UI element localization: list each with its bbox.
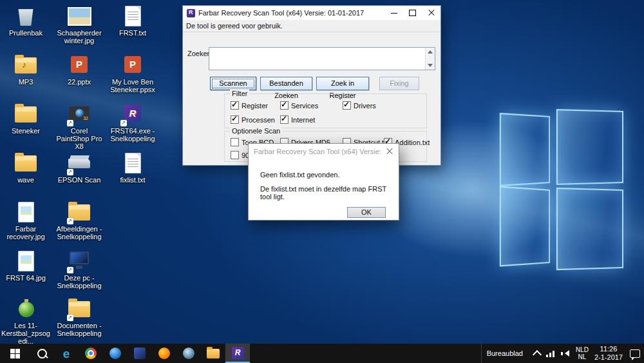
checkbox-icon xyxy=(343,101,351,110)
ok-button[interactable]: OK xyxy=(347,207,386,218)
search-button[interactable] xyxy=(30,344,54,363)
desktop-icon-corel-paintshop[interactable]: Corel PaintShop Pro X8 xyxy=(55,103,104,150)
desktop-icon-les11-kerstbal[interactable]: Les 11-Kerstbal_zpsogedi... xyxy=(1,298,50,344)
shortcut-arrow-icon xyxy=(67,169,73,175)
desktop-icon-label: 22.pptx xyxy=(55,78,104,86)
minimize-icon xyxy=(391,13,397,14)
dialog-titlebar[interactable]: Farbar Recovery Scan Tool (x64) Versie: … xyxy=(249,144,399,159)
window-title: Farbar Recovery Scan Tool (x64) Versie: … xyxy=(198,9,384,17)
shortcut-arrow-icon xyxy=(67,218,73,224)
computer-icon xyxy=(70,251,89,264)
scannen-button[interactable]: Scannen xyxy=(210,77,256,90)
dialog-close-button[interactable] xyxy=(381,144,399,159)
clock-time: 11:26 xyxy=(594,345,623,353)
desktop-icon-label: Prullenbak xyxy=(1,29,50,37)
clock-date: 2-1-2017 xyxy=(594,353,623,362)
desktop-icon-my-love-ppsx[interactable]: My Love Ben Steneker.ppsx xyxy=(108,54,157,93)
text-file-icon xyxy=(125,153,141,173)
file-explorer-icon xyxy=(207,349,220,358)
taskbar-edge[interactable]: e xyxy=(54,344,79,363)
desktop-icon-frst-txt[interactable]: FRST.txt xyxy=(108,5,157,37)
frst-app-icon xyxy=(124,105,141,122)
tray-expand-chevron-icon[interactable] xyxy=(533,349,542,358)
powerpoint-icon xyxy=(124,56,141,73)
desktop-icon-label: MP3 xyxy=(1,78,50,86)
powerpoint-icon xyxy=(71,56,88,73)
desktop-icon-label: Schaapherder winter.jpg xyxy=(55,29,104,44)
desktop-icon-label: EPSON Scan xyxy=(55,176,104,184)
image-file-icon xyxy=(18,251,34,271)
blue-app-icon xyxy=(109,348,121,359)
bestanden-zoeken-button[interactable]: Bestanden Zoeken xyxy=(260,77,312,90)
frst-app-icon: R xyxy=(232,347,244,359)
taskbar-empty-area xyxy=(250,344,481,363)
scanner-icon xyxy=(68,159,90,168)
checkbox-label: Register xyxy=(242,102,268,110)
zoek-in-register-button[interactable]: Zoek in Register xyxy=(316,77,369,90)
checkbox-label: Addition.txt xyxy=(395,139,430,146)
desktop-icon-epson-scan[interactable]: EPSON Scan xyxy=(55,152,104,184)
desktop-icon-wave[interactable]: wave xyxy=(1,152,50,184)
taskbar: e R Bureaublad NLD NL 11:26 2-1-2017 xyxy=(0,344,644,363)
desktop-icon-label: Farbar recovery.jpg xyxy=(1,225,50,240)
desktop-icon-fixlist-txt[interactable]: fixlist.txt xyxy=(108,152,157,184)
checkbox-drivers[interactable]: Drivers xyxy=(343,101,376,110)
fixlist-dialog: Farbar Recovery Scan Tool (x64) Versie: … xyxy=(248,143,399,221)
desktop-icon-frst-64-jpg[interactable]: FRST 64.jpg xyxy=(1,250,50,282)
windows-logo-pane xyxy=(500,113,550,186)
desktop-icon-frst64-exe[interactable]: FRST64.exe - Snelkoppeling xyxy=(108,103,157,142)
desktop-icon-farbar-recovery-jpg[interactable]: Farbar recovery.jpg xyxy=(1,201,50,240)
action-center-icon[interactable] xyxy=(630,349,640,358)
volume-icon[interactable] xyxy=(561,349,570,358)
text-file-icon xyxy=(125,6,141,26)
desktop-icon-afbeeldingen[interactable]: Afbeeldingen - Snelkoppeling xyxy=(55,201,104,240)
edge-icon: e xyxy=(63,348,70,360)
frst-window: Farbar Recovery Scan Tool (x64) Versie: … xyxy=(182,5,441,166)
language-indicator[interactable]: NLD NL xyxy=(576,346,589,360)
desktop-icon-label: Corel PaintShop Pro X8 xyxy=(55,127,104,150)
ornament-image-icon xyxy=(19,302,34,317)
search-textarea[interactable] xyxy=(209,47,435,70)
close-button[interactable] xyxy=(422,6,440,20)
checkbox-label: Services xyxy=(291,102,318,110)
close-icon xyxy=(386,148,393,155)
desktop-icon-deze-pc[interactable]: Deze pc - Snelkoppeling xyxy=(55,250,104,289)
frst-titlebar[interactable]: Farbar Recovery Scan Tool (x64) Versie: … xyxy=(183,6,440,20)
desktop-icon-steneker[interactable]: Steneker xyxy=(1,103,50,135)
checkbox-services[interactable]: Services xyxy=(280,101,318,110)
checkbox-internet[interactable]: Internet xyxy=(280,115,315,124)
taskbar-firefox[interactable] xyxy=(152,344,176,363)
minimize-button[interactable] xyxy=(384,6,403,20)
taskbar-app-dark[interactable] xyxy=(128,344,152,363)
taskbar-app-steel[interactable] xyxy=(176,344,201,363)
desktop-icon-label: wave xyxy=(1,176,50,184)
desktop-icon-22-pptx[interactable]: 22.pptx xyxy=(55,54,104,86)
desktop-icon-label: fixlist.txt xyxy=(108,176,157,184)
checkbox-processen[interactable]: Processen xyxy=(231,115,275,124)
maximize-button[interactable] xyxy=(403,6,422,20)
frst-titlebar-icon xyxy=(187,9,195,17)
image-file-icon xyxy=(18,202,34,222)
checkbox-register[interactable]: Register xyxy=(231,101,268,110)
desktop-toolbar[interactable]: Bureaublad xyxy=(481,344,528,363)
taskbar-frst-active[interactable]: R xyxy=(225,344,250,363)
desktop-icon-prullenbak[interactable]: Prullenbak xyxy=(1,5,50,37)
desktop-icon-label: Afbeeldingen - Snelkoppeling xyxy=(55,225,104,240)
desktop-icon-documenten[interactable]: Documenten - Snelkoppeling xyxy=(55,298,104,337)
taskbar-file-explorer[interactable] xyxy=(201,344,225,363)
clock[interactable]: 11:26 2-1-2017 xyxy=(594,345,623,362)
start-button[interactable] xyxy=(0,344,30,363)
desktop-icon-schaapherder[interactable]: Schaapherder winter.jpg xyxy=(55,5,104,44)
status-text: De tool is gereed voor gebruik. xyxy=(183,20,440,32)
scroll-up-icon[interactable] xyxy=(428,50,433,54)
music-note-icon xyxy=(13,54,39,76)
recycle-bin-icon xyxy=(17,6,34,26)
taskbar-app-blue[interactable] xyxy=(103,344,128,363)
network-signal-icon[interactable] xyxy=(546,349,555,358)
scroll-down-icon[interactable] xyxy=(428,64,433,67)
checkbox-label: Internet xyxy=(291,116,315,124)
checkbox-label: Processen xyxy=(242,116,275,124)
desktop-icon-mp3[interactable]: MP3 xyxy=(1,54,50,86)
taskbar-chrome[interactable] xyxy=(79,344,103,363)
textarea-scrollbar[interactable] xyxy=(425,48,435,70)
